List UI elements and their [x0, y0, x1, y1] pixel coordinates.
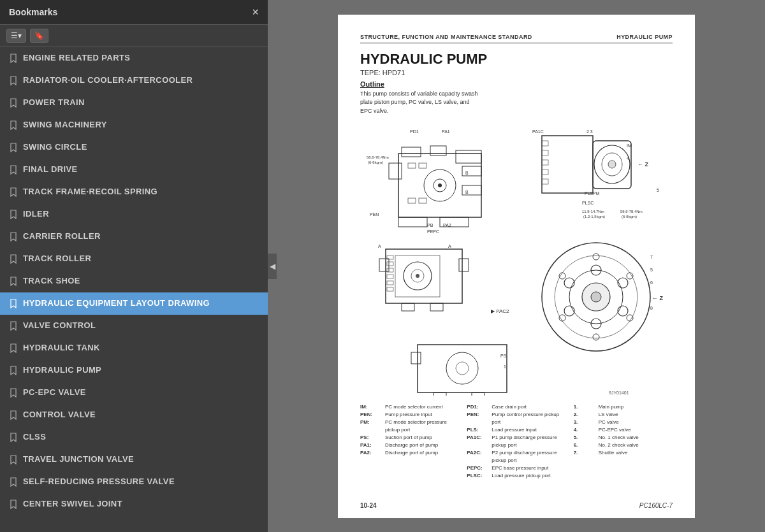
legend-line: PA1:Discharge port of pump — [360, 442, 459, 449]
bookmark-label: CARRIER ROLLER — [23, 231, 101, 242]
bookmark-icon — [9, 164, 18, 176]
svg-point-82 — [564, 278, 574, 288]
bookmark-label: SELF-REDUCING PRESSURE VALVE — [23, 477, 175, 487]
legend-key: PA2C: — [467, 449, 490, 464]
legend-key: PA2: — [360, 449, 383, 457]
bookmark-item[interactable]: TRAVEL JUNCTION VALVE — [0, 449, 268, 471]
document-page: STRUCTURE, FUNCTION AND MAINTENANCE STAN… — [338, 15, 695, 518]
svg-text:PA1C: PA1C — [532, 129, 544, 134]
sidebar: Bookmarks × ☰▾ 🔖 ENGINE RELATED PARTS RA… — [0, 0, 268, 532]
svg-point-34 — [608, 161, 616, 168]
bookmark-item[interactable]: TRACK ROLLER — [0, 248, 268, 270]
legend-val: Pump pressure input — [385, 411, 432, 419]
svg-text:IM: IM — [627, 143, 632, 148]
bookmark-label: TRACK FRAME·RECOIL SPRING — [23, 187, 157, 198]
bookmark-label: PC-EPC VALVE — [23, 387, 86, 398]
svg-rect-61 — [387, 275, 393, 278]
bookmark-item[interactable]: PC-EPC VALVE — [0, 382, 268, 404]
close-button[interactable]: × — [252, 6, 259, 18]
svg-point-79 — [618, 306, 628, 316]
bookmark-item[interactable]: RADIATOR·OIL COOLER·AFTERCOOLER — [0, 69, 268, 92]
bookmark-item[interactable]: HYDRAULIC TANK — [0, 337, 268, 359]
bookmark-item[interactable]: ENGINE RELATED PARTS — [0, 47, 268, 69]
legend-val: Pump control pressure pickup port — [492, 411, 565, 426]
svg-point-70 — [591, 292, 601, 302]
legend-key: PS: — [360, 434, 383, 442]
svg-text:PA2: PA2 — [443, 223, 451, 227]
bookmark-item[interactable]: IDLER — [0, 203, 268, 226]
bookmark-item[interactable]: CENTER SWIVEL JOINT — [0, 493, 268, 515]
bookmark-icon — [9, 454, 18, 466]
legend-val: Shuttle valve — [599, 449, 628, 457]
bookmark-icon — [9, 499, 18, 510]
toolbar-menu-button[interactable]: ☰▾ — [6, 29, 26, 43]
svg-point-11 — [438, 183, 442, 187]
svg-text:← Z: ← Z — [638, 161, 649, 168]
svg-text:5: 5 — [650, 268, 653, 272]
svg-point-73 — [627, 315, 633, 321]
legend-key: PA1: — [360, 442, 383, 449]
bookmark-label: SWING MACHINERY — [23, 120, 107, 131]
legend-line: PEN:Pump pressure input — [360, 411, 459, 419]
bookmark-item[interactable]: HYDRAULIC EQUIPMENT LAYOUT DRAWING — [0, 292, 268, 315]
bookmark-icon — [9, 142, 18, 154]
svg-text:8: 8 — [650, 306, 653, 310]
sidebar-header: Bookmarks × — [0, 0, 268, 25]
bookmark-item[interactable]: HYDRAULIC PUMP — [0, 359, 268, 382]
legend-line: PA2C:P2 pump discharge pressure pickup p… — [467, 449, 565, 464]
bookmark-item[interactable]: SWING MACHINERY — [0, 114, 268, 136]
sidebar-title: Bookmarks — [9, 7, 57, 17]
doc-title: HYDRAULIC PUMP — [360, 51, 673, 68]
legend-line: 4.PC-EPC valve — [574, 426, 673, 434]
legend-line: PS:Suction port of pump — [360, 434, 459, 442]
legend-line: 6.No. 2 check valve — [574, 442, 673, 449]
hydraulic-pump-diagram: PD1 PA1 58.8-78.4Nm (6-8kgm) PB PA2 PEN … — [360, 122, 673, 396]
svg-point-71 — [593, 254, 599, 260]
bookmark-icon — [9, 120, 18, 131]
bookmark-item[interactable]: VALVE CONTROL — [0, 315, 268, 337]
page-footer: 10-24 PC160LC-7 — [360, 502, 673, 509]
legend-line: PEPC:EPC base pressure input — [467, 464, 565, 472]
bookmark-label: HYDRAULIC TANK — [23, 343, 100, 354]
svg-text:PB: PB — [427, 223, 433, 227]
bookmark-label: VALVE CONTROL — [23, 320, 96, 331]
doc-subtitle: TEPE: HPD71 — [360, 69, 673, 76]
bookmark-item[interactable]: TRACK FRAME·RECOIL SPRING — [0, 181, 268, 203]
svg-text:58.8-78.4Nm: 58.8-78.4Nm — [367, 155, 389, 159]
bookmark-list: ENGINE RELATED PARTS RADIATOR·OIL COOLER… — [0, 47, 268, 532]
bookmark-item[interactable]: CONTROL VALVE — [0, 404, 268, 426]
legend-key: PLSC: — [467, 472, 490, 480]
svg-rect-39 — [542, 150, 548, 155]
legend-key: PA1C: — [467, 434, 490, 449]
bookmark-item[interactable]: TRACK SHOE — [0, 270, 268, 292]
svg-rect-51 — [459, 259, 469, 271]
bookmark-icon — [9, 254, 18, 265]
svg-text:PA1: PA1 — [442, 129, 450, 134]
svg-rect-28 — [542, 136, 593, 193]
bookmark-item[interactable]: POWER TRAIN — [0, 92, 268, 114]
bookmark-item[interactable]: FINAL DRIVE — [0, 159, 268, 181]
bookmark-label: IDLER — [23, 209, 49, 220]
svg-text:1: 1 — [504, 364, 506, 369]
svg-rect-50 — [379, 259, 389, 271]
legend-val: PC mode selector pressure pickup port — [385, 419, 459, 434]
svg-rect-15 — [419, 198, 426, 203]
legend-line: PA1C:P1 pump discharge pressure pickup p… — [467, 434, 565, 449]
bookmark-icon — [9, 97, 18, 109]
svg-text:(1.2-1.5kgm): (1.2-1.5kgm) — [583, 215, 605, 219]
sidebar-collapse-button[interactable]: ◀ — [268, 254, 277, 279]
legend-key: PLS: — [467, 426, 490, 434]
sidebar-toolbar: ☰▾ 🔖 — [0, 25, 268, 47]
bookmark-item[interactable]: SWING CIRCLE — [0, 136, 268, 159]
svg-text:7: 7 — [650, 255, 653, 259]
legend-line: PM:PC mode selector pressure pickup port — [360, 419, 459, 434]
bookmark-item[interactable]: CARRIER ROLLER — [0, 226, 268, 248]
svg-rect-1 — [389, 163, 402, 179]
svg-text:58.8-78.4Nm: 58.8-78.4Nm — [620, 210, 643, 213]
toolbar-bookmark-button[interactable]: 🔖 — [30, 29, 48, 43]
svg-point-75 — [559, 315, 565, 321]
svg-rect-40 — [542, 160, 548, 165]
bookmark-icon — [9, 320, 18, 332]
bookmark-item[interactable]: CLSS — [0, 426, 268, 449]
bookmark-item[interactable]: SELF-REDUCING PRESSURE VALVE — [0, 471, 268, 493]
